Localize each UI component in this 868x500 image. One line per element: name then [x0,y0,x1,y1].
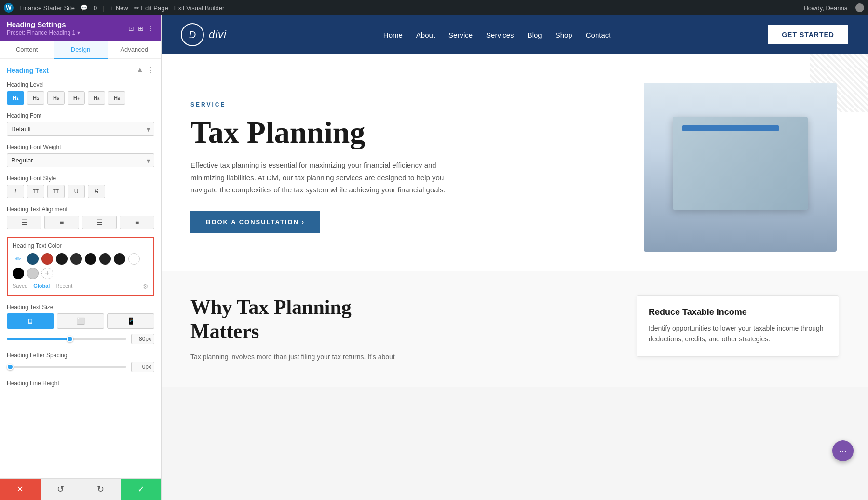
fab-button[interactable]: ··· [832,440,854,461]
heading-h4-btn[interactable]: H₄ [68,91,85,105]
text-size-slider[interactable] [7,338,126,340]
fullscreen-icon[interactable]: ⊡ [128,25,134,32]
nav-services[interactable]: Services [486,31,514,39]
uppercase-btn[interactable]: TT [27,185,44,198]
color-swatch-red[interactable] [41,253,53,265]
panel-title: Heading Settings [7,20,80,28]
collapse-icon[interactable]: ▲ [136,66,144,75]
color-settings-icon[interactable]: ⚙ [143,283,149,290]
heading-level-label: Heading Level [7,81,154,88]
why-title: Why Tax Planning Matters [190,295,617,344]
heading-font-select[interactable]: Default [7,122,154,136]
heading-h6-btn[interactable]: H₆ [108,91,125,105]
color-swatch-white[interactable] [128,253,140,265]
heading-h2-btn[interactable]: H₂ [27,91,44,105]
heading-h3-btn[interactable]: H₃ [47,91,65,105]
undo-button[interactable]: ↺ [41,479,81,500]
underline-btn[interactable]: U [68,185,85,198]
device-desktop-btn[interactable]: 🖥 [7,313,54,329]
nav-home[interactable]: Home [383,31,403,39]
split-view-icon[interactable]: ⊞ [138,25,144,32]
italic-btn[interactable]: I [7,185,24,198]
section-controls: ▲ ⋮ [136,66,154,75]
heading-letter-spacing-group: Heading Letter Spacing 0px [7,352,154,372]
heading-text-color-label: Heading Text Color [13,243,149,249]
logo-text: divi [209,28,227,41]
site-name[interactable]: Finance Starter Site [19,4,75,12]
hero-section-wrapper: SERVICE Tax Planning Effective tax plann… [162,54,868,271]
page-content-area: SERVICE Tax Planning Effective tax plann… [162,54,868,387]
cancel-button[interactable]: ✕ [0,479,41,500]
book-consultation-button[interactable]: BOOK A CONSULTATION › [190,211,320,233]
nav-blog[interactable]: Blog [528,31,542,39]
color-swatch-black4[interactable] [99,253,111,265]
color-swatch-gray[interactable] [27,268,39,279]
save-button[interactable]: ✓ [121,479,162,500]
heading-font-weight-select[interactable]: Regular [7,153,154,167]
nav-shop[interactable]: Shop [556,31,572,39]
nav-about[interactable]: About [416,31,435,39]
color-swatch-black1[interactable] [56,253,68,265]
color-swatch-black2[interactable] [70,253,82,265]
color-swatches: ✏ + [13,253,149,279]
heading-font-weight-wrapper: Regular [7,153,154,167]
panel-preset[interactable]: Preset: Finance Heading 1 ▾ [7,29,80,36]
nav-service[interactable]: Service [448,31,473,39]
device-tablet-btn[interactable]: ⬜ [57,313,104,329]
info-card: Reduce Taxable Income Identify opportuni… [637,295,839,357]
align-center-btn[interactable]: ≡ [44,216,79,229]
tab-content[interactable]: Content [0,41,54,59]
align-left-btn[interactable]: ☰ [7,216,41,229]
capitalize-btn[interactable]: Tt [47,185,65,198]
color-swatch-black5[interactable] [114,253,125,265]
more-options-icon[interactable]: ⋮ [148,25,154,32]
color-picker-icon[interactable]: ✏ [13,253,24,265]
new-button[interactable]: + New [110,4,128,12]
admin-bar: W Finance Starter Site 💬 0 | + New ✏ Edi… [0,0,868,15]
text-size-value[interactable]: 80px [131,334,154,344]
slider-thumb-ls[interactable] [7,364,14,370]
user-avatar[interactable] [855,3,864,12]
section-header: Heading Text ▲ ⋮ [7,66,154,75]
color-tabs: Saved Global Recent ⚙ [13,283,149,290]
slider-thumb[interactable] [67,336,73,342]
device-mobile-btn[interactable]: 📱 [107,313,154,329]
howdy-text: Howdy, Deanna [803,4,848,12]
color-tab-saved[interactable]: Saved [13,283,27,290]
why-description: Tax planning involves more than just fil… [190,351,617,363]
heading-font-group: Heading Font Default [7,112,154,136]
tab-design[interactable]: Design [54,41,107,59]
heading-text-align-label: Heading Text Alignment [7,206,154,213]
heading-level-buttons: H₁ H₂ H₃ H₄ H₅ H₆ [7,91,154,105]
heading-h5-btn[interactable]: H₅ [88,91,105,105]
get-started-button[interactable]: GET STARTED [767,24,849,45]
section-title: Heading Text [7,67,49,74]
device-buttons: 🖥 ⬜ 📱 [7,313,154,329]
exit-builder-button[interactable]: Exit Visual Builder [174,4,225,12]
comments-icon[interactable]: 💬 [81,4,88,11]
info-card-title: Reduce Taxable Income [649,307,827,317]
color-tab-global[interactable]: Global [33,283,50,290]
align-right-btn[interactable]: ☰ [82,216,117,229]
color-swatch-black3[interactable] [85,253,96,265]
color-swatch-pure-black[interactable] [13,268,24,279]
letter-spacing-value[interactable]: 0px [131,362,154,372]
color-tab-recent[interactable]: Recent [55,283,72,290]
nav-contact[interactable]: Contact [586,31,611,39]
site-logo[interactable]: D divi [181,23,227,46]
wp-logo-icon[interactable]: W [4,3,14,13]
redo-button[interactable]: ↻ [81,479,121,500]
left-panel: Heading Settings Preset: Finance Heading… [0,15,162,500]
edit-page-button[interactable]: ✏ Edit Page [134,4,168,12]
align-justify-btn[interactable]: ≡ [120,216,154,229]
heading-h1-btn[interactable]: H₁ [7,91,24,105]
section-more-icon[interactable]: ⋮ [147,66,154,75]
heading-font-style-label: Heading Font Style [7,175,154,182]
heading-text-align-group: Heading Text Alignment ☰ ≡ ☰ ≡ [7,206,154,229]
strikethrough-btn[interactable]: S [88,185,105,198]
add-color-btn[interactable]: + [41,268,53,279]
nav-links: Home About Service Services Blog Shop Co… [383,31,611,39]
letter-spacing-slider[interactable] [7,366,126,368]
tab-advanced[interactable]: Advanced [108,41,161,59]
color-swatch-blue[interactable] [27,253,39,265]
